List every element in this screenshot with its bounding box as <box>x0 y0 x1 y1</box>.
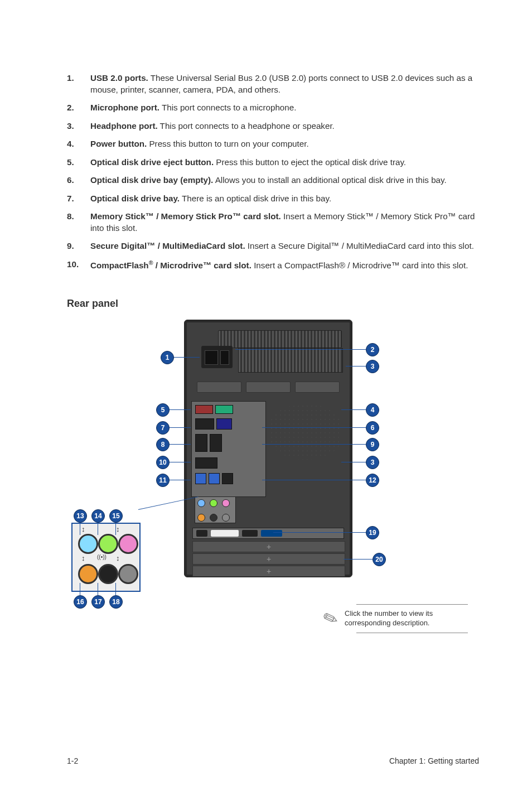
audio-jack-panel <box>195 496 236 523</box>
callout-19[interactable]: 19 <box>366 526 379 539</box>
arrow-icon: ↕ <box>81 525 85 533</box>
esata-port <box>222 473 233 484</box>
item-number: 10. <box>67 259 90 272</box>
callout-16[interactable]: 16 <box>74 595 87 609</box>
vga-port <box>216 418 232 430</box>
audio-jack-lightblue <box>78 534 98 554</box>
item-body: Optical disk drive bay. There is an opti… <box>90 193 479 205</box>
callout-9[interactable]: 9 <box>366 438 379 451</box>
pencil-icon: ✎ <box>320 606 341 631</box>
page-number: 1-2 <box>67 756 78 765</box>
headphone-icon: ((•)) <box>97 554 107 560</box>
rear-panel-heading: Rear panel <box>67 298 479 310</box>
ps2-keyboard-port <box>195 405 213 414</box>
audio-jack-gray <box>118 564 138 584</box>
arrow-icon: ↕ <box>81 554 85 562</box>
callout-12[interactable]: 12 <box>366 474 379 487</box>
item-number: 9. <box>67 240 90 252</box>
item-number: 6. <box>67 175 90 186</box>
item-body: USB 2.0 ports. These Universal Serial Bu… <box>90 73 479 95</box>
vent-grill <box>238 348 343 373</box>
item-number: 4. <box>67 138 90 150</box>
callout-7[interactable]: 7 <box>156 421 170 435</box>
list-item: 3.Headphone port. This port connects to … <box>67 120 479 132</box>
item-number: 7. <box>67 193 90 205</box>
callout-17[interactable]: 17 <box>91 595 105 609</box>
computer-tower-rear: + + + <box>184 320 352 577</box>
callout-3b[interactable]: 3 <box>366 456 379 469</box>
list-item: 8.Memory Stick™ / Memory Stick Pro™ card… <box>67 211 479 234</box>
item-body: CompactFlash® / Microdrive™ card slot. I… <box>90 259 479 272</box>
list-item: 1.USB 2.0 ports. These Universal Serial … <box>67 73 479 95</box>
item-body: Memory Stick™ / Memory Stick Pro™ card s… <box>90 211 479 234</box>
callout-13[interactable]: 13 <box>74 509 87 523</box>
audio-jacks-detail: ↕ ↕ ↕ ((•)) ↕ <box>71 523 141 592</box>
expansion-slot-cover: + <box>192 566 345 577</box>
item-body: Power button. Press this button to turn … <box>90 138 479 150</box>
callout-3[interactable]: 3 <box>366 360 379 373</box>
usb-stack <box>195 434 207 452</box>
item-number: 5. <box>67 157 90 168</box>
callout-6[interactable]: 6 <box>366 421 379 435</box>
chapter-label: Chapter 1: Getting started <box>389 756 479 765</box>
callout-1[interactable]: 1 <box>161 351 174 364</box>
audio-jack-pink <box>118 534 138 554</box>
callout-2[interactable]: 2 <box>366 343 379 356</box>
callout-4[interactable]: 4 <box>366 403 379 417</box>
ps2-mouse-port <box>215 405 233 414</box>
item-body: Secure Digital™ / MultiMediaCard slot. I… <box>90 240 479 252</box>
item-number: 8. <box>67 211 90 234</box>
audio-jack-black <box>98 564 118 584</box>
port-description-list: 1.USB 2.0 ports. These Universal Serial … <box>67 73 479 271</box>
hdmi-port <box>195 457 217 469</box>
callout-11[interactable]: 11 <box>156 474 170 487</box>
list-item: 10.CompactFlash® / Microdrive™ card slot… <box>67 259 479 272</box>
item-number: 2. <box>67 102 90 114</box>
dvi-port <box>195 418 214 430</box>
list-item: 4.Power button. Press this button to tur… <box>67 138 479 150</box>
drive-slots <box>197 382 340 392</box>
fan-vent <box>269 404 342 460</box>
callout-8[interactable]: 8 <box>156 438 170 451</box>
power-supply <box>201 346 233 368</box>
callout-15[interactable]: 15 <box>109 509 123 523</box>
io-panel <box>191 401 266 497</box>
callout-10[interactable]: 10 <box>156 456 170 469</box>
graphics-card-bracket <box>192 528 344 539</box>
rear-panel-diagram: + + + 1 5 7 8 10 11 2 3 4 6 9 3 12 19 <box>67 320 479 621</box>
note-callout: ✎ Click the number to view its correspon… <box>323 604 468 633</box>
callout-20[interactable]: 20 <box>373 553 386 566</box>
callout-5[interactable]: 5 <box>156 403 170 417</box>
page-footer: 1-2 Chapter 1: Getting started <box>67 756 479 765</box>
note-text: Click the number to view its correspondi… <box>345 609 468 628</box>
vent-grill <box>218 330 342 348</box>
list-item: 9.Secure Digital™ / MultiMediaCard slot.… <box>67 240 479 252</box>
item-body: Optical disk drive eject button. Press t… <box>90 157 479 168</box>
callout-18[interactable]: 18 <box>109 595 123 609</box>
voltage-switch <box>220 350 229 365</box>
list-item: 2.Microphone port. This port connects to… <box>67 102 479 114</box>
audio-jack-orange <box>78 564 98 584</box>
expansion-slot-cover: + <box>192 541 345 552</box>
expansion-slot-cover: + <box>192 553 345 565</box>
item-body: Headphone port. This port connects to a … <box>90 120 479 132</box>
item-body: Optical disk drive bay (empty). Allows y… <box>90 175 479 186</box>
usb3-port <box>195 473 206 484</box>
item-body: Microphone port. This port connects to a… <box>90 102 479 114</box>
callout-14[interactable]: 14 <box>91 509 105 523</box>
power-connector <box>205 350 218 365</box>
list-item: 6.Optical disk drive bay (empty). Allows… <box>67 175 479 186</box>
arrow-icon: ↕ <box>116 554 120 562</box>
usb3-port <box>209 473 220 484</box>
audio-jack-lime <box>98 534 118 554</box>
item-number: 3. <box>67 120 90 132</box>
list-item: 5.Optical disk drive eject button. Press… <box>67 157 479 168</box>
item-number: 1. <box>67 73 90 95</box>
list-item: 7.Optical disk drive bay. There is an op… <box>67 193 479 205</box>
arrow-icon: ↕ <box>116 525 120 533</box>
lan-port <box>210 434 222 452</box>
